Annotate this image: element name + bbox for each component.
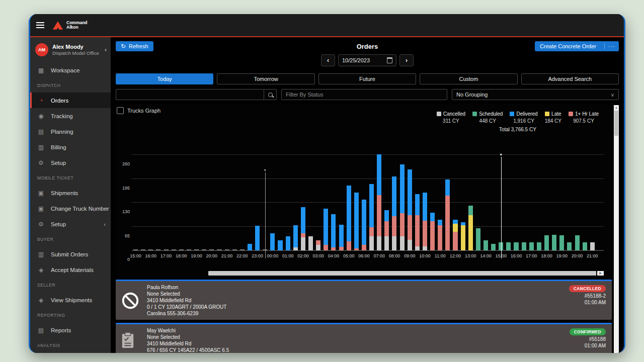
segment-late1hr xyxy=(438,225,442,250)
sidebar-item-submit-orders[interactable]: ▥Submit Orders xyxy=(30,246,111,262)
segment-scheduled xyxy=(559,235,564,250)
tab-advanced-search[interactable]: Advanced Search xyxy=(521,73,619,84)
x-axis-label: 17:00 xyxy=(526,253,537,258)
segment-cancelled xyxy=(392,236,396,250)
grouping-select[interactable]: No Grouping ∨ xyxy=(452,89,619,100)
gridline-260 xyxy=(132,154,604,155)
zero-bar-dash xyxy=(141,249,145,250)
segment-late1hr xyxy=(301,233,305,238)
clipboard-icon xyxy=(121,332,147,349)
search-field xyxy=(116,89,277,100)
sidebar-item-reports[interactable]: ▤Reports xyxy=(30,322,111,338)
next-day-button[interactable]: › xyxy=(399,54,414,66)
filter-by-status-input[interactable] xyxy=(281,89,447,100)
search-button[interactable] xyxy=(264,89,277,100)
create-concrete-order-button[interactable]: Create Concrete Order ··· xyxy=(535,41,619,51)
gridline-130 xyxy=(132,202,604,203)
segment-late xyxy=(468,215,473,250)
refresh-icon: ↻ xyxy=(121,43,126,49)
sidebar-item-billing[interactable]: ▥Billing xyxy=(30,139,111,155)
segment-delivered xyxy=(408,169,412,215)
segment-late1hr xyxy=(316,240,320,245)
segment-late1hr xyxy=(423,221,427,246)
user-profile[interactable]: AM Alex Moody Dispatch Model Office ‹ xyxy=(30,37,111,62)
bar-07:30 xyxy=(384,210,389,250)
segment-cancelled xyxy=(384,236,389,250)
scroll-up-icon[interactable]: ▲ xyxy=(614,106,619,110)
collapse-chevron-icon[interactable]: ‹ xyxy=(105,46,107,53)
date-picker[interactable]: 10/25/2023 xyxy=(338,54,396,66)
sidebar-section-header: MOBILE TICKET xyxy=(30,170,111,185)
sidebar-section-header: DISPATCH xyxy=(30,78,111,93)
bar-14:30 xyxy=(491,244,496,250)
bar-09:30 xyxy=(415,194,420,250)
sidebar-item-orders[interactable]: ◔Orders xyxy=(30,93,111,108)
order-meta: CONFIRMED#5518801:00 AM xyxy=(570,328,606,348)
search-input[interactable] xyxy=(116,89,264,100)
sidebar-item-shipments[interactable]: ▣Shipments xyxy=(30,185,111,201)
bar-10:30 xyxy=(430,213,435,250)
segment-cancelled xyxy=(590,242,595,250)
order-details: May WaelchiNone Selected3410 Middlefield… xyxy=(147,327,570,353)
checkbox-icon[interactable] xyxy=(117,107,124,114)
sidebar-item-setup[interactable]: ⚙Setup‹ xyxy=(30,216,111,232)
segment-delivered xyxy=(384,210,389,221)
sidebar-item-setup[interactable]: ⚙Setup xyxy=(30,155,111,170)
segment-late1hr xyxy=(400,213,405,236)
1-hr-late-swatch-icon xyxy=(569,112,573,116)
tracking-icon: ◉ xyxy=(37,113,45,120)
tab-tomorrow[interactable]: Tomorrow xyxy=(217,73,314,84)
date-navigation: ‹ 10/25/2023 › xyxy=(116,53,619,68)
date-range-tabs: TodayTomorrowFutureCustomAdvanced Search xyxy=(116,73,619,84)
calendar-icon xyxy=(387,57,392,63)
horizontal-scrollbar-thumb[interactable] xyxy=(208,271,596,276)
late-swatch-icon xyxy=(545,112,549,116)
legend-value: 907.5 CY xyxy=(573,118,594,124)
refresh-button[interactable]: ↻ Refresh xyxy=(116,41,153,51)
sidebar-item-planning[interactable]: ▤Planning xyxy=(30,124,111,139)
order-detail-line: 676 / 656 CY 145A22 / 4500ASC 6.5 xyxy=(147,347,570,353)
order-meta: CANCELLED#55188-201:00 AM xyxy=(569,285,606,305)
sidebar-item-workspace[interactable]: ▦Workspace xyxy=(30,62,111,78)
chevron-left-icon: ‹ xyxy=(104,221,106,227)
scroll-right-button[interactable]: ▶ xyxy=(597,271,604,276)
sidebar-item-tracking[interactable]: ◉Tracking xyxy=(30,108,111,124)
sidebar-section-header: ANALYSIS xyxy=(30,338,111,352)
sidebar-item-accept-materials[interactable]: ◈Accept Materials xyxy=(30,262,111,278)
order-detail-line: 0 / 1 CY 120AGRT / 2000A GROUT xyxy=(147,304,569,310)
chart-plot-area: ▼▼ xyxy=(132,152,604,251)
create-order-more-icon[interactable]: ··· xyxy=(604,43,619,49)
tab-today[interactable]: Today xyxy=(116,73,213,84)
tab-custom[interactable]: Custom xyxy=(420,73,517,84)
x-axis-label: 23:00 xyxy=(252,253,263,258)
bar-01:00 xyxy=(286,236,290,250)
tab-future[interactable]: Future xyxy=(318,73,416,84)
sidebar-item-label: Tracking xyxy=(51,113,73,119)
app-window: Command Alkon AM Alex Moody Dispatch Mod… xyxy=(29,14,625,353)
bar-10:00 xyxy=(423,193,427,250)
legend-value: 184 CY xyxy=(545,118,561,124)
sidebar-item-label: Orders xyxy=(51,98,68,104)
sidebar-item-label: Reports xyxy=(51,327,71,333)
previous-day-button[interactable]: ‹ xyxy=(321,54,335,66)
x-axis-label: 16:00 xyxy=(145,253,157,258)
bar-18:00 xyxy=(544,235,549,250)
segment-late1hr xyxy=(408,215,412,240)
order-card[interactable]: May WaelchiNone Selected3410 Middlefield… xyxy=(116,323,612,353)
toolbar: ↻ Refresh Orders Create Concrete Order ·… xyxy=(116,40,619,53)
order-card[interactable]: Paula RolfsonNone Selected3410 Middlefie… xyxy=(116,280,612,320)
x-axis-label: 20:00 xyxy=(572,253,583,258)
segment-late xyxy=(461,225,465,250)
chart-x-axis: 15:0016:0017:0018:0019:0020:0021:0022:00… xyxy=(132,252,604,259)
sidebar-item-change-truck-number[interactable]: ▣Change Truck Number xyxy=(30,201,111,216)
segment-delivered xyxy=(339,225,344,247)
prohibition-icon xyxy=(121,291,147,310)
hamburger-menu-icon[interactable] xyxy=(36,22,44,28)
order-number: #55188 xyxy=(589,336,606,342)
trucks-graph-toggle[interactable]: Trucks Graph xyxy=(117,107,160,114)
orders-icon: ◔ xyxy=(37,97,45,104)
vertical-scrollbar-thumb[interactable] xyxy=(614,111,618,136)
sidebar-item-view-shipments[interactable]: ◈View Shipments xyxy=(30,292,111,308)
segment-delivered xyxy=(255,226,260,250)
legend-total: Total 3,766.5 CY xyxy=(437,127,599,132)
